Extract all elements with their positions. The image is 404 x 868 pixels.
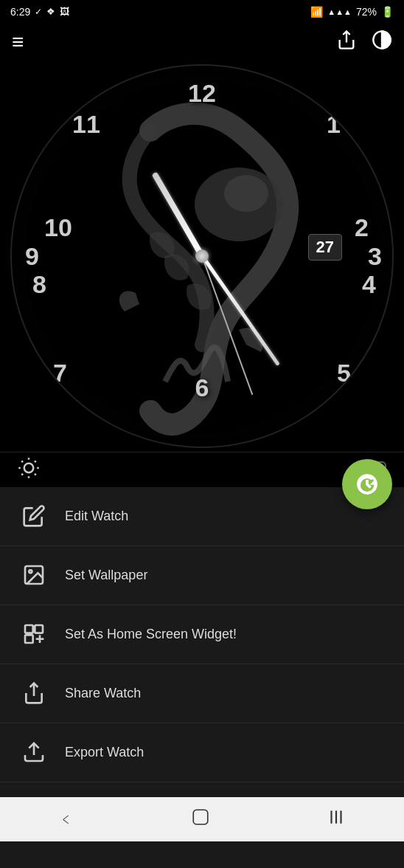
set-widget-label: Set As Home Screen Widget! [65, 627, 237, 642]
menu-item-set-wallpaper[interactable]: Set Wallpaper [0, 546, 404, 605]
clock-num-7: 7 [53, 359, 67, 388]
svg-point-5 [24, 463, 34, 472]
bottom-toolbar: 3D [0, 452, 404, 487]
svg-rect-19 [25, 636, 33, 644]
date-value: 27 [316, 238, 334, 256]
battery-display: 72% [356, 6, 377, 18]
clock-num-5: 5 [337, 359, 351, 388]
export-watch-icon [18, 736, 50, 768]
set-wallpaper-label: Set Wallpaper [65, 568, 147, 583]
date-badge: 27 [308, 234, 342, 261]
brightness-icon[interactable] [18, 457, 40, 483]
svg-point-4 [224, 175, 268, 212]
set-wallpaper-icon [18, 559, 50, 591]
export-watch-label: Export Watch [65, 745, 144, 760]
battery-icon: 🔋 [381, 6, 394, 18]
dropbox-icon: ❖ [46, 6, 55, 17]
nav-bar: ﹤ [0, 797, 404, 841]
clock-num-2: 2 [355, 213, 369, 242]
svg-line-9 [35, 473, 36, 475]
edit-watch-icon [18, 500, 50, 532]
recents-button[interactable] [312, 800, 361, 838]
menu-item-export-watch[interactable]: Export Watch [0, 723, 404, 782]
set-widget-icon [18, 618, 50, 650]
svg-rect-17 [25, 625, 33, 633]
status-right: 📶 ▲▲▲ 72% 🔋 [310, 6, 394, 18]
status-bar: 6:29 ✓ ❖ 🖼 📶 ▲▲▲ 72% 🔋 [0, 0, 404, 24]
share-watch-icon [18, 677, 50, 709]
clock-num-1: 1 [327, 110, 341, 139]
status-left: 6:29 ✓ ❖ 🖼 [10, 6, 69, 18]
svg-point-16 [29, 571, 32, 574]
menu-list: Edit Watch Set Wallpaper [0, 487, 404, 841]
back-button[interactable]: ﹤ [43, 801, 89, 838]
clock-num-8: 8 [32, 270, 46, 299]
center-dot [195, 249, 209, 263]
top-bar-icons [336, 30, 392, 55]
svg-line-8 [21, 461, 23, 462]
check-icon: ✓ [35, 7, 42, 17]
menu-item-edit-watch[interactable]: Edit Watch [0, 487, 404, 546]
home-button[interactable] [176, 800, 225, 838]
clock-num-10: 10 [44, 213, 72, 242]
clock-face: 12 11 1 9 10 2 3 8 4 7 6 5 27 [10, 64, 394, 448]
clock-num-11: 11 [72, 110, 100, 139]
svg-rect-18 [35, 625, 43, 633]
main-content: 6:29 ✓ ❖ 🖼 📶 ▲▲▲ 72% 🔋 ≡ [0, 0, 404, 841]
time-display: 6:29 [10, 6, 30, 18]
clock-num-6: 6 [195, 373, 209, 402]
sync-fab[interactable] [342, 459, 392, 509]
wifi-icon: 📶 [310, 6, 323, 18]
svg-line-12 [21, 473, 23, 475]
share-icon[interactable] [336, 30, 357, 55]
share-watch-label: Share Watch [65, 686, 141, 701]
clock-num-4: 4 [362, 270, 376, 299]
clock-num-12: 12 [188, 79, 216, 108]
watch-container: 12 11 1 9 10 2 3 8 4 7 6 5 27 [0, 60, 404, 452]
signal-icon: ▲▲▲ [327, 7, 352, 16]
menu-icon[interactable]: ≡ [12, 30, 24, 54]
menu-item-share-watch[interactable]: Share Watch [0, 664, 404, 723]
svg-line-13 [35, 461, 36, 462]
edit-watch-label: Edit Watch [65, 509, 128, 524]
clock-num-9: 9 [25, 241, 39, 270]
menu-item-set-widget[interactable]: Set As Home Screen Widget! [0, 605, 404, 664]
svg-rect-25 [193, 810, 208, 824]
top-bar: ≡ [0, 24, 404, 61]
photo-icon: 🖼 [60, 6, 69, 17]
contrast-icon[interactable] [372, 30, 392, 55]
clock-num-3: 3 [368, 241, 382, 270]
